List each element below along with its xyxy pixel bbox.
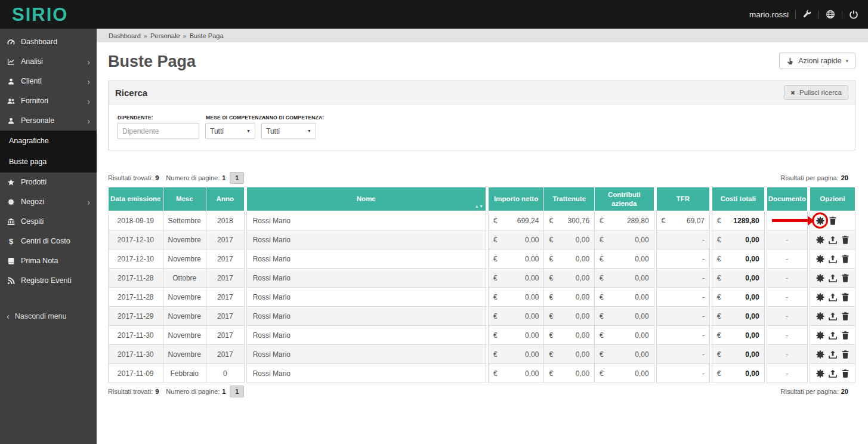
- page-button[interactable]: 1: [230, 172, 244, 184]
- sidebar-item-label: Prodotti: [21, 178, 47, 187]
- sidebar-subitem-buste-paga[interactable]: Buste paga: [0, 152, 97, 172]
- sidebar-item-personale[interactable]: Personale›: [0, 111, 97, 131]
- cell-opzioni: [810, 230, 855, 249]
- breadcrumb-dashboard[interactable]: Dashboard: [109, 32, 141, 39]
- trash-icon[interactable]: [841, 292, 850, 302]
- trash-icon[interactable]: [841, 369, 850, 378]
- cell-anno: 2017: [206, 288, 244, 307]
- gear-icon[interactable]: [816, 235, 825, 245]
- column-header-opzioni[interactable]: Opzioni: [810, 187, 855, 211]
- gear-icon[interactable]: [816, 254, 825, 264]
- mese-selected-value: Tutti: [210, 127, 224, 135]
- wrench-icon[interactable]: [802, 10, 812, 19]
- cell-anno: 2018: [206, 211, 244, 230]
- sidebar-item-registro-eventi[interactable]: Registro Eventi: [0, 271, 97, 291]
- sidebar-item-clienti[interactable]: Clienti›: [0, 72, 97, 91]
- gear-icon[interactable]: [816, 369, 825, 378]
- sort-icon[interactable]: ▲▼: [475, 204, 484, 209]
- sidebar-item-negozi[interactable]: Negozi›: [0, 192, 97, 212]
- trash-icon[interactable]: [841, 331, 850, 340]
- sidebar-item-cespiti[interactable]: Cespiti: [0, 212, 97, 232]
- cell-anno: 2017: [206, 307, 244, 326]
- upload-icon[interactable]: [828, 369, 838, 378]
- cell-mese: Settembre: [163, 211, 206, 230]
- upload-icon[interactable]: [828, 331, 838, 340]
- upload-icon[interactable]: [828, 350, 838, 359]
- mese-competenza-select[interactable]: Tutti ▼: [205, 123, 255, 139]
- sidebar-subitem-anagrafiche[interactable]: Anagrafiche: [0, 131, 97, 152]
- upload-icon[interactable]: [828, 273, 838, 283]
- pages-count: 1: [222, 174, 226, 181]
- upload-icon[interactable]: [828, 292, 838, 302]
- upload-icon[interactable]: [828, 235, 838, 245]
- sidebar-item-prima-nota[interactable]: Prima Nota: [0, 251, 97, 271]
- globe-icon[interactable]: [826, 10, 835, 19]
- cell-trattenute: €0,00: [544, 364, 595, 383]
- sidebar-item-label: Centri di Costo: [21, 237, 70, 246]
- sidebar-item-prodotti[interactable]: Prodotti: [0, 172, 97, 192]
- power-icon[interactable]: [849, 10, 858, 19]
- column-header-contributi[interactable]: Contributi azienda: [595, 187, 654, 211]
- quick-actions-button[interactable]: Azioni rapide ▾: [779, 53, 855, 69]
- cell-importo: €699,24: [488, 211, 544, 230]
- per-page-value: 20: [841, 174, 848, 181]
- chart-icon: [7, 58, 16, 66]
- cell-trattenute: €0,00: [544, 345, 595, 364]
- page-button[interactable]: 1: [230, 386, 244, 397]
- column-header-anno[interactable]: Anno: [206, 187, 244, 211]
- cell-anno: 2017: [206, 326, 244, 345]
- trash-icon[interactable]: [841, 350, 850, 359]
- gear-icon[interactable]: [816, 292, 825, 302]
- cell-trattenute: €0,00: [544, 230, 595, 249]
- sidebar-item-dashboard[interactable]: Dashboard: [0, 32, 97, 52]
- cell-mese: Novembre: [163, 288, 206, 307]
- column-header-documento[interactable]: Documento: [767, 187, 807, 211]
- gear-icon[interactable]: [816, 312, 825, 321]
- table-row: 2017-11-28Ottobre2017Rossi Mario€0,00€0,…: [109, 269, 855, 288]
- gear-icon[interactable]: [816, 216, 825, 226]
- trash-icon[interactable]: [828, 216, 838, 226]
- cell-documento: -: [767, 307, 807, 326]
- column-header-costi[interactable]: Costi totali: [712, 187, 765, 211]
- cell-opzioni: [810, 364, 855, 383]
- breadcrumb-personale[interactable]: Personale: [150, 32, 180, 39]
- trash-icon[interactable]: [841, 312, 850, 321]
- cell-data: 2018-09-19: [109, 211, 163, 230]
- breadcrumb-buste-paga[interactable]: Buste Paga: [190, 32, 224, 39]
- cell-tfr: -: [656, 269, 710, 288]
- gear-icon[interactable]: [816, 273, 825, 283]
- trash-icon[interactable]: [841, 235, 850, 245]
- cell-importo: €0,00: [488, 288, 544, 307]
- gear-icon[interactable]: [816, 331, 825, 340]
- column-header-importo[interactable]: Importo netto: [488, 187, 544, 211]
- cell-mese: Novembre: [163, 326, 206, 345]
- column-header-mese[interactable]: Mese: [163, 187, 206, 211]
- sidebar-item-label: Dashboard: [21, 38, 57, 47]
- column-header-trattenute[interactable]: Trattenute: [544, 187, 595, 211]
- sidebar-item-analisi[interactable]: Analisi›: [0, 52, 97, 72]
- per-page-value: 20: [841, 388, 848, 395]
- trash-icon[interactable]: [841, 273, 850, 283]
- cell-tfr: -: [656, 249, 710, 269]
- cell-costi: €0,00: [712, 307, 765, 326]
- collapse-menu-button[interactable]: ‹ Nascondi menu: [0, 306, 97, 327]
- upload-icon[interactable]: [828, 254, 838, 264]
- sidebar-submenu: AnagraficheBuste paga: [0, 131, 97, 172]
- gear-icon[interactable]: [816, 350, 825, 359]
- dipendente-input[interactable]: [117, 123, 199, 139]
- pages-label: Numero di pagine:: [166, 174, 220, 181]
- username[interactable]: mario.rossi: [749, 10, 789, 19]
- upload-icon[interactable]: [828, 312, 838, 321]
- cell-costi: €0,00: [712, 269, 765, 288]
- sidebar-item-label: Personale: [21, 116, 54, 125]
- sidebar-item-fornitori[interactable]: Fornitori›: [0, 91, 97, 111]
- sidebar-item-centri-di-costo[interactable]: $Centri di Costo: [0, 232, 97, 251]
- trash-icon[interactable]: [841, 254, 850, 264]
- found-count: 9: [155, 174, 159, 181]
- column-header-tfr[interactable]: TFR: [656, 187, 710, 211]
- column-header-data[interactable]: Data emissione: [109, 187, 163, 211]
- cell-nome: Rossi Mario: [246, 269, 486, 288]
- clear-search-button[interactable]: ✖ Pulisci ricerca: [784, 85, 848, 100]
- column-header-nome[interactable]: Nome▲▼: [246, 187, 486, 211]
- anno-competenza-select[interactable]: Tutti ▼: [261, 123, 316, 139]
